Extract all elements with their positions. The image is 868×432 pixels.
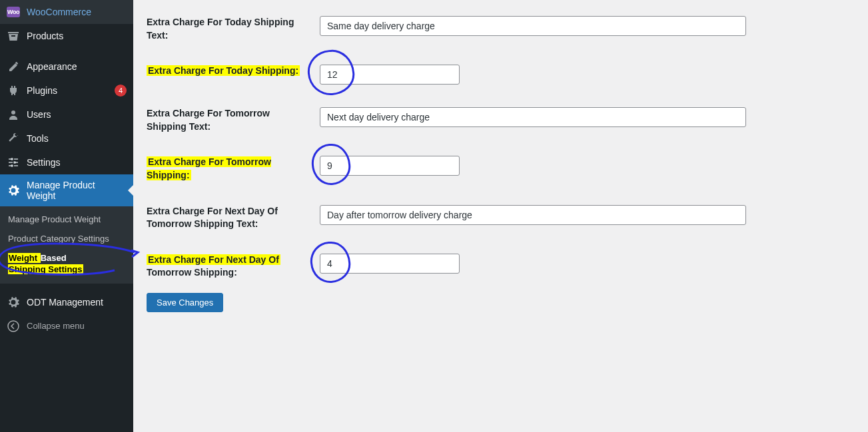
row-today-text: Extra Charge For Today Shipping Text: <box>147 7 855 42</box>
sidebar-item-odt-management[interactable]: ODT Management <box>0 290 133 314</box>
main-content: Extra Charge For Today Shipping Text: Ex… <box>133 0 868 432</box>
plugins-icon <box>7 84 20 97</box>
svg-rect-2 <box>14 158 18 160</box>
collapse-label: Collapse menu <box>27 321 85 331</box>
svg-point-0 <box>11 110 15 114</box>
label-tomorrow-text: Extra Charge For Tomorrow Shipping Text: <box>147 107 320 133</box>
sidebar-item-appearance[interactable]: Appearance <box>0 55 133 79</box>
sidebar-item-manage-product-weight[interactable]: Manage Product Weight <box>0 174 133 206</box>
save-button[interactable]: Save Changes <box>147 293 223 312</box>
label-tomorrow-charge: Extra Charge For Tomorrow Shipping: <box>147 156 320 182</box>
input-today-text[interactable] <box>320 16 746 36</box>
sidebar-label: Users <box>27 109 127 120</box>
label-today-charge: Extra Charge For Today Shipping: <box>147 65 320 78</box>
sidebar-label: Products <box>27 31 127 41</box>
input-dayafter-text[interactable] <box>320 205 746 225</box>
sidebar-item-settings[interactable]: Settings <box>0 150 133 174</box>
collapse-menu[interactable]: Collapse menu <box>0 314 133 338</box>
products-icon <box>7 29 20 43</box>
sidebar-item-users[interactable]: Users <box>0 103 133 126</box>
sidebar-label: Manage Product Weight <box>27 180 121 201</box>
row-tomorrow-text: Extra Charge For Tomorrow Shipping Text: <box>147 98 855 133</box>
svg-rect-3 <box>9 162 13 163</box>
sidebar-item-woocommerce[interactable]: Woo WooCommerce <box>0 0 133 24</box>
submenu-item-category-settings[interactable]: Product Category Settings <box>0 230 133 249</box>
admin-sidebar: Woo WooCommerce Products Appearance Plug… <box>0 0 133 432</box>
svg-point-7 <box>11 158 13 160</box>
label-dayafter-text: Extra Charge For Next Day Of Tomorrow Sh… <box>147 205 320 231</box>
label-dayafter-charge: Extra Charge For Next Day Of Tomorrow Sh… <box>147 254 320 280</box>
submenu-item-manage-weight[interactable]: Manage Product Weight <box>0 210 133 230</box>
input-dayafter-charge[interactable] <box>320 254 460 274</box>
row-dayafter-charge: Extra Charge For Next Day Of Tomorrow Sh… <box>147 244 855 280</box>
sidebar-label: Plugins <box>27 85 108 96</box>
gear-icon <box>7 296 20 309</box>
settings-icon <box>7 156 20 169</box>
svg-point-8 <box>13 161 16 164</box>
svg-rect-6 <box>14 165 18 166</box>
plugins-update-badge: 4 <box>115 85 127 97</box>
sidebar-item-tools[interactable]: Tools <box>0 126 133 150</box>
sidebar-label: Appearance <box>27 61 127 72</box>
sidebar-label: Tools <box>27 133 127 144</box>
gear-icon <box>7 184 20 197</box>
svg-point-9 <box>11 164 13 167</box>
users-icon <box>7 108 20 121</box>
submenu-item-weight-based-shipping[interactable]: Weight Based Shipping Settings <box>0 249 133 280</box>
svg-point-10 <box>8 321 19 331</box>
sidebar-item-plugins[interactable]: Plugins 4 <box>0 79 133 103</box>
tools-icon <box>7 132 20 145</box>
sidebar-submenu: Manage Product Weight Product Category S… <box>0 206 133 284</box>
input-tomorrow-charge[interactable] <box>320 156 460 176</box>
woocommerce-icon: Woo <box>7 5 20 19</box>
appearance-icon <box>7 60 20 73</box>
input-today-charge[interactable] <box>320 65 460 85</box>
sidebar-label: ODT Management <box>27 297 127 308</box>
sidebar-label: WooCommerce <box>27 7 127 17</box>
collapse-icon <box>7 320 20 333</box>
sidebar-label: Settings <box>27 157 127 168</box>
row-dayafter-text: Extra Charge For Next Day Of Tomorrow Sh… <box>147 196 855 231</box>
row-tomorrow-charge: Extra Charge For Tomorrow Shipping: <box>147 146 855 182</box>
label-today-text: Extra Charge For Today Shipping Text: <box>147 16 320 42</box>
input-tomorrow-text[interactable] <box>320 107 746 127</box>
row-today-charge: Extra Charge For Today Shipping: <box>147 55 855 85</box>
sidebar-item-products[interactable]: Products <box>0 24 133 48</box>
